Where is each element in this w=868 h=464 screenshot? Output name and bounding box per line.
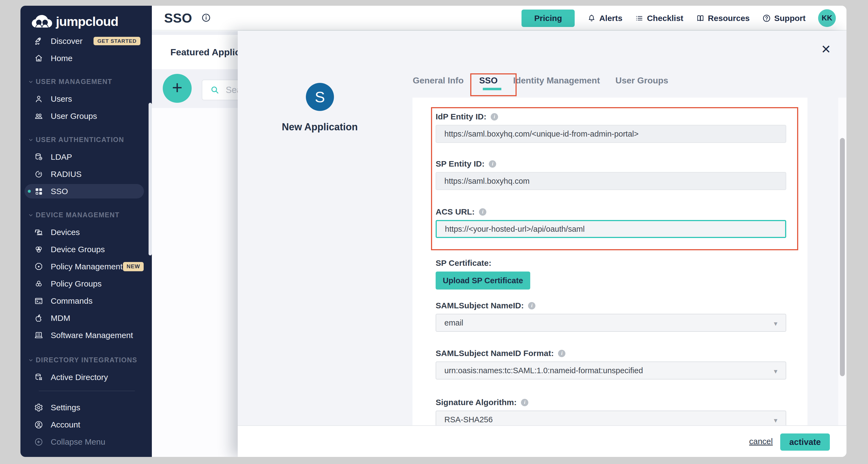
sidebar-item-user-groups[interactable]: User Groups <box>21 107 152 125</box>
idp-entity-id-label: IdP Entity ID: <box>436 112 486 121</box>
add-application-button[interactable]: + <box>163 74 192 103</box>
sidebar-item-commands[interactable]: Commands <box>21 292 152 309</box>
upload-sp-certificate-button[interactable]: Upload SP Certificate <box>436 272 530 289</box>
section-user-authentication[interactable]: USER AUTHENTICATION <box>21 131 152 148</box>
sidebar-item-home[interactable]: Home <box>21 50 152 67</box>
modal-tabs: General Info SSO Identity Management Use… <box>413 72 668 89</box>
section-user-management[interactable]: USER MANAGEMENT <box>21 73 152 90</box>
idp-entity-id-input[interactable] <box>436 125 786 143</box>
jumpcloud-logo[interactable]: jumpcloud <box>30 12 118 31</box>
checklist-icon <box>635 14 644 23</box>
resources-button[interactable]: Resources <box>696 13 750 23</box>
policy-management-icon <box>34 262 43 271</box>
commands-icon <box>34 296 43 306</box>
sidebar-item-discover[interactable]: Discover GET STARTED <box>21 32 152 50</box>
sidebar-item-settings[interactable]: Settings <box>21 399 152 416</box>
modal-scrollbar-track[interactable] <box>838 98 846 425</box>
tab-general-info[interactable]: General Info <box>413 75 464 86</box>
saml-subject-nameid-label: SAMLSubject NameID: <box>436 301 524 310</box>
chevron-down-icon <box>29 213 33 217</box>
tab-identity-management[interactable]: Identity Management <box>513 75 600 86</box>
sidebar-item-label: Home <box>51 54 72 63</box>
sidebar-item-collapse-menu[interactable]: Collapse Menu <box>21 433 152 451</box>
application-name: New Application <box>252 121 388 133</box>
info-icon[interactable] <box>201 13 211 23</box>
logo-wordmark: jumpcloud <box>56 14 118 29</box>
app-window: jumpcloud Discover GET STARTED <box>21 6 846 457</box>
signature-algorithm-select[interactable]: RSA-SHA256 ▼ <box>436 410 786 425</box>
pricing-button[interactable]: Pricing <box>522 9 575 27</box>
saml-subject-nameid-select[interactable]: email ▼ <box>436 314 786 332</box>
resources-label: Resources <box>708 13 750 23</box>
user-groups-icon <box>34 112 43 121</box>
account-icon <box>34 420 43 429</box>
acs-url-label: ACS URL: <box>436 207 475 216</box>
mdm-icon <box>34 313 43 323</box>
settings-icon <box>34 403 43 412</box>
close-icon[interactable]: ✕ <box>818 42 834 57</box>
sp-certificate-label: SP Certificate: <box>436 258 492 268</box>
checklist-button[interactable]: Checklist <box>635 13 683 23</box>
sidebar-item-account[interactable]: Account <box>21 416 152 433</box>
chevron-down-icon <box>29 80 33 84</box>
caret-down-icon: ▼ <box>773 320 779 328</box>
sidebar-item-devices[interactable]: Devices <box>21 223 152 241</box>
sp-entity-id-input[interactable] <box>436 172 786 190</box>
sidebar-item-policy-groups[interactable]: Policy Groups <box>21 275 152 292</box>
alerts-button[interactable]: Alerts <box>587 13 622 23</box>
info-icon[interactable]: i <box>521 399 528 406</box>
support-button[interactable]: Support <box>762 13 806 23</box>
signature-algorithm-label: Signature Algorithm: <box>436 398 517 407</box>
field-acs-url: ACS URL: i <box>436 207 786 238</box>
screen: jumpcloud Discover GET STARTED <box>0 0 868 464</box>
sidebar-item-software-management[interactable]: Software Management <box>21 327 152 344</box>
saml-subject-nameid-format-label: SAMLSubject NameID Format: <box>436 349 554 358</box>
support-label: Support <box>774 13 806 23</box>
tab-user-groups[interactable]: User Groups <box>616 75 669 86</box>
jumpcloud-logo-icon <box>30 13 54 29</box>
sidebar-item-ldap[interactable]: LDAP <box>21 148 152 165</box>
sidebar-item-radius[interactable]: RADIUS <box>21 165 152 183</box>
sidebar-scrollbar[interactable] <box>149 103 152 255</box>
new-badge: NEW <box>123 262 144 271</box>
sso-icon <box>34 187 43 196</box>
field-saml-subject-nameid: SAMLSubject NameID: i email ▼ <box>436 301 786 332</box>
sidebar-item-policy-management[interactable]: Policy Management NEW <box>21 258 152 275</box>
info-icon[interactable]: i <box>491 113 498 121</box>
field-idp-entity-id: IdP Entity ID: i <box>436 112 786 143</box>
user-avatar[interactable]: KK <box>818 9 836 27</box>
active-indicator-dot <box>28 190 31 193</box>
section-device-management[interactable]: DEVICE MANAGEMENT <box>21 206 152 223</box>
acs-url-input[interactable] <box>436 220 786 238</box>
activate-button[interactable]: activate <box>780 433 830 451</box>
info-icon[interactable]: i <box>479 208 486 216</box>
get-started-badge: GET STARTED <box>94 37 141 45</box>
new-application-modal: ✕ S New Application General Info SSO Ide… <box>238 31 846 457</box>
alerts-label: Alerts <box>599 13 622 23</box>
sidebar-item-device-groups[interactable]: Device Groups <box>21 241 152 258</box>
field-signature-algorithm: Signature Algorithm: i RSA-SHA256 ▼ <box>436 398 786 425</box>
info-icon[interactable]: i <box>528 302 535 309</box>
header-actions: Pricing Alerts Checklist <box>522 6 836 31</box>
field-sp-certificate: SP Certificate: Upload SP Certificate <box>436 258 786 289</box>
chevron-down-icon <box>29 358 33 362</box>
sidebar-item-label: Discover <box>51 36 83 46</box>
top-header: SSO Pricing Alerts Checklist <box>152 6 846 31</box>
radius-icon <box>34 169 43 179</box>
modal-scrollbar-thumb[interactable] <box>840 138 845 376</box>
caret-down-icon: ▼ <box>773 368 779 375</box>
sidebar-item-mdm[interactable]: MDM <box>21 309 152 327</box>
sidebar-item-sso[interactable]: SSO <box>21 183 152 200</box>
info-icon[interactable]: i <box>558 350 565 357</box>
sidebar-item-users[interactable]: Users <box>21 90 152 107</box>
sidebar-item-active-directory[interactable]: Active Directory <box>21 369 152 386</box>
info-icon[interactable]: i <box>489 160 496 168</box>
bell-icon <box>587 14 596 23</box>
cancel-button[interactable]: cancel <box>749 437 773 446</box>
resources-icon <box>696 14 705 23</box>
sp-entity-id-label: SP Entity ID: <box>436 159 485 168</box>
device-groups-icon <box>34 245 43 254</box>
section-directory-integrations[interactable]: DIRECTORY INTEGRATIONS <box>21 351 152 369</box>
saml-subject-nameid-format-select[interactable]: urn:oasis:names:tc:SAML:1.0:nameid-forma… <box>436 362 786 379</box>
sidebar-nav: Discover GET STARTED Home USER MANAGEMEN… <box>21 32 152 451</box>
